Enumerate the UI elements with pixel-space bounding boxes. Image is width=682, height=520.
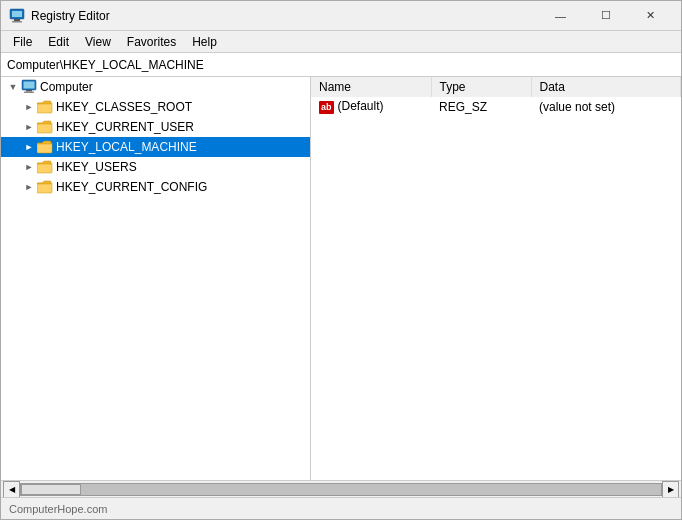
tree-label-hkcu: HKEY_CURRENT_USER — [56, 120, 194, 134]
tree-expander-hkcr[interactable]: ► — [21, 99, 37, 115]
window-controls: — ☐ ✕ — [538, 1, 673, 31]
tree-label-hkcr: HKEY_CLASSES_ROOT — [56, 100, 192, 114]
cell-name: ab(Default) — [311, 97, 431, 117]
tree-item-computer[interactable]: ▼ Computer — [1, 77, 310, 97]
svg-rect-11 — [37, 163, 52, 173]
folder-icon-hkcc — [37, 180, 53, 194]
window-title: Registry Editor — [31, 9, 538, 23]
tree-expander-computer[interactable]: ▼ — [5, 79, 21, 95]
scroll-track — [20, 483, 662, 496]
horizontal-scrollbar: ◀ ▶ — [1, 480, 681, 497]
tree-label-hkcc: HKEY_CURRENT_CONFIG — [56, 180, 207, 194]
svg-rect-8 — [37, 103, 52, 113]
main-content: ▼ Computer► HKEY_CLASSES_ROOT► HKEY_CURR… — [1, 77, 681, 480]
app-icon — [9, 8, 25, 24]
column-header-name[interactable]: Name — [311, 77, 431, 97]
folder-icon-hku — [37, 160, 53, 174]
address-bar: Computer\HKEY_LOCAL_MACHINE — [1, 53, 681, 77]
menu-item-edit[interactable]: Edit — [40, 33, 77, 51]
value-name: (Default) — [338, 99, 384, 113]
detail-pane: NameTypeData ab(Default)REG_SZ(value not… — [311, 77, 681, 480]
svg-rect-9 — [37, 123, 52, 133]
tree-label-computer: Computer — [40, 80, 93, 94]
title-bar: Registry Editor — ☐ ✕ — [1, 1, 681, 31]
table-row[interactable]: ab(Default)REG_SZ(value not set) — [311, 97, 681, 117]
folder-icon-hkcu — [37, 120, 53, 134]
tree-expander-hklm[interactable]: ► — [21, 139, 37, 155]
svg-rect-3 — [12, 21, 22, 23]
svg-rect-6 — [26, 90, 32, 92]
minimize-button[interactable]: — — [538, 1, 583, 31]
menu-item-file[interactable]: File — [5, 33, 40, 51]
svg-rect-2 — [14, 19, 20, 21]
tree-label-hklm: HKEY_LOCAL_MACHINE — [56, 140, 197, 154]
cell-data: (value not set) — [531, 97, 681, 117]
scroll-thumb[interactable] — [21, 484, 81, 495]
address-path: Computer\HKEY_LOCAL_MACHINE — [7, 58, 204, 72]
tree-item-hklm[interactable]: ► HKEY_LOCAL_MACHINE — [1, 137, 310, 157]
menu-item-view[interactable]: View — [77, 33, 119, 51]
status-bar: ComputerHope.com — [1, 497, 681, 519]
menu-item-help[interactable]: Help — [184, 33, 225, 51]
maximize-button[interactable]: ☐ — [583, 1, 628, 31]
svg-rect-12 — [37, 183, 52, 193]
close-button[interactable]: ✕ — [628, 1, 673, 31]
tree-label-hku: HKEY_USERS — [56, 160, 137, 174]
table-header-row: NameTypeData — [311, 77, 681, 97]
tree-item-hkcu[interactable]: ► HKEY_CURRENT_USER — [1, 117, 310, 137]
tree-pane: ▼ Computer► HKEY_CLASSES_ROOT► HKEY_CURR… — [1, 77, 311, 480]
status-text: ComputerHope.com — [9, 503, 107, 515]
tree-expander-hkcu[interactable]: ► — [21, 119, 37, 135]
column-header-type[interactable]: Type — [431, 77, 531, 97]
detail-table: NameTypeData ab(Default)REG_SZ(value not… — [311, 77, 681, 117]
svg-rect-7 — [24, 92, 34, 94]
column-header-data[interactable]: Data — [531, 77, 681, 97]
svg-rect-5 — [24, 82, 35, 89]
folder-icon-hkcr — [37, 100, 53, 114]
svg-rect-10 — [37, 143, 52, 153]
menu-bar: FileEditViewFavoritesHelp — [1, 31, 681, 53]
folder-icon-hklm — [37, 140, 53, 154]
cell-type: REG_SZ — [431, 97, 531, 117]
tree-item-hkcc[interactable]: ► HKEY_CURRENT_CONFIG — [1, 177, 310, 197]
tree-item-hku[interactable]: ► HKEY_USERS — [1, 157, 310, 177]
menu-item-favorites[interactable]: Favorites — [119, 33, 184, 51]
ab-icon: ab — [319, 101, 334, 114]
tree-item-hkcr[interactable]: ► HKEY_CLASSES_ROOT — [1, 97, 310, 117]
scroll-right-button[interactable]: ▶ — [662, 481, 679, 498]
svg-rect-1 — [12, 11, 22, 17]
tree-expander-hku[interactable]: ► — [21, 159, 37, 175]
tree-expander-hkcc[interactable]: ► — [21, 179, 37, 195]
computer-icon-computer — [21, 79, 37, 95]
scroll-left-button[interactable]: ◀ — [3, 481, 20, 498]
